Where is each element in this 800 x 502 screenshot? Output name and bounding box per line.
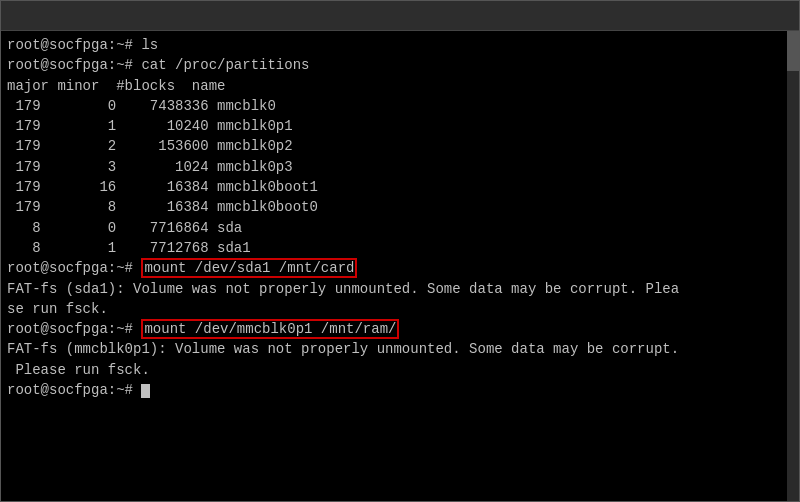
terminal-line: FAT-fs (mmcblk0p1): Volume was not prope…	[7, 339, 793, 359]
terminal-line: root@socfpga:~# mount /dev/mmcblk0p1 /mn…	[7, 319, 793, 339]
terminal-line: 179 16 16384 mmcblk0boot1	[7, 177, 793, 197]
terminal-line: 179 1 10240 mmcblk0p1	[7, 116, 793, 136]
titlebar-controls	[655, 2, 791, 30]
scrollbar-thumb[interactable]	[787, 31, 799, 71]
terminal-line: root@socfpga:~#	[7, 380, 793, 400]
terminal-line: 8 1 7712768 sda1	[7, 238, 793, 258]
terminal-line: se run fsck.	[7, 299, 793, 319]
terminal-area[interactable]: root@socfpga:~# lsroot@socfpga:~# cat /p…	[1, 31, 799, 501]
terminal-line: Please run fsck.	[7, 360, 793, 380]
terminal-line: root@socfpga:~# cat /proc/partitions	[7, 55, 793, 75]
terminal-line: major minor #blocks name	[7, 76, 793, 96]
highlighted-command: mount /dev/mmcblk0p1 /mnt/ram/	[141, 319, 399, 339]
terminal-line: root@socfpga:~# mount /dev/sda1 /mnt/car…	[7, 258, 793, 278]
terminal-cursor	[141, 384, 150, 398]
highlighted-command: mount /dev/sda1 /mnt/card	[141, 258, 357, 278]
terminal-line: root@socfpga:~# ls	[7, 35, 793, 55]
putty-window: root@socfpga:~# lsroot@socfpga:~# cat /p…	[0, 0, 800, 502]
terminal-line: 8 0 7716864 sda	[7, 218, 793, 238]
terminal-line: 179 3 1024 mmcblk0p3	[7, 157, 793, 177]
terminal-line: 179 0 7438336 mmcblk0	[7, 96, 793, 116]
terminal-line: FAT-fs (sda1): Volume was not properly u…	[7, 279, 793, 299]
close-button[interactable]	[747, 2, 791, 30]
terminal-line: 179 8 16384 mmcblk0boot0	[7, 197, 793, 217]
terminal-content: root@socfpga:~# lsroot@socfpga:~# cat /p…	[7, 35, 793, 400]
terminal-line: 179 2 153600 mmcblk0p2	[7, 136, 793, 156]
titlebar	[1, 1, 799, 31]
maximize-button[interactable]	[701, 2, 745, 30]
minimize-button[interactable]	[655, 2, 699, 30]
scrollbar[interactable]	[787, 31, 799, 501]
